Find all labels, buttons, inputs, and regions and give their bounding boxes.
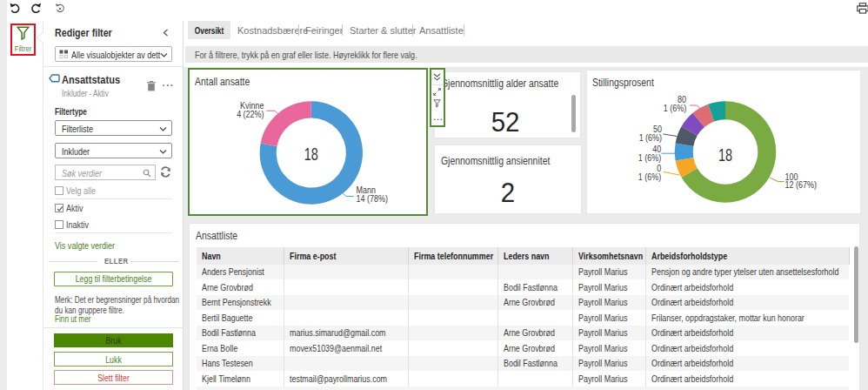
svg-text:14 (78%): 14 (78%)	[356, 194, 387, 205]
svg-text:1 (6%): 1 (6%)	[664, 104, 686, 114]
svg-text:1 (6%): 1 (6%)	[638, 171, 661, 182]
svg-text:1 (6%): 1 (6%)	[639, 132, 662, 143]
svg-text:18: 18	[718, 145, 732, 165]
svg-text:1 (6%): 1 (6%)	[638, 152, 661, 163]
svg-text:12 (67%): 12 (67%)	[785, 180, 817, 191]
svg-text:4 (22%): 4 (22%)	[237, 109, 264, 119]
svg-text:18: 18	[304, 145, 318, 165]
